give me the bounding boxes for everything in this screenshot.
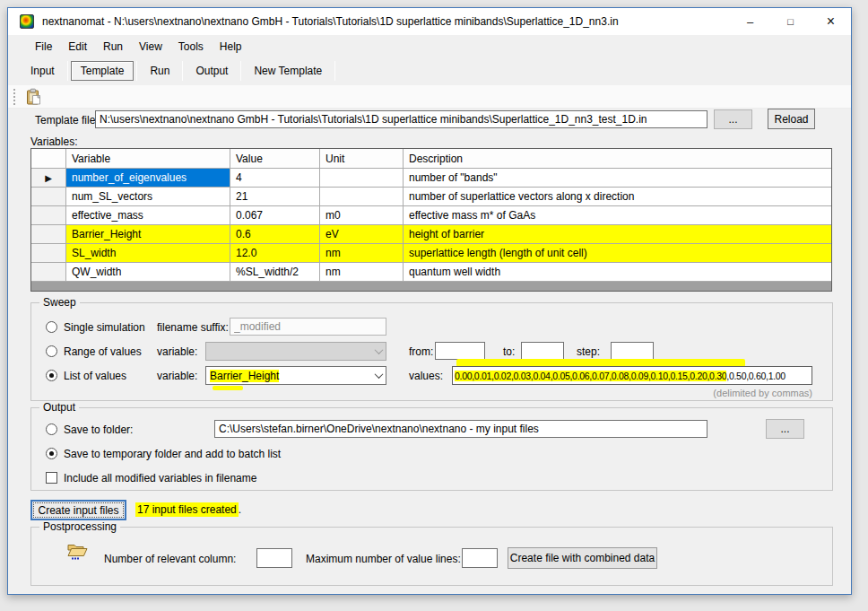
output-group-title: Output: [39, 401, 79, 414]
step-label: step:: [577, 345, 600, 358]
menu-tools[interactable]: Tools: [170, 38, 212, 56]
template-file-input[interactable]: [95, 110, 707, 128]
cell-value[interactable]: 4: [230, 169, 320, 188]
selected-variable-value: Barrier_Height: [210, 370, 279, 382]
status-suffix: .: [239, 503, 241, 516]
filename-suffix-input[interactable]: [230, 318, 386, 336]
row-selector[interactable]: [31, 244, 66, 263]
chevron-down-icon: [375, 370, 384, 379]
row-selector[interactable]: [31, 206, 66, 225]
status-highlighted-text: 17 input files created: [135, 502, 239, 517]
list-variable-combobox[interactable]: Barrier_Height: [205, 366, 386, 385]
header-row-selector: [31, 149, 66, 169]
cell-unit[interactable]: eV: [320, 225, 404, 244]
cell-description[interactable]: superlattice length (length of unit cell…: [404, 244, 831, 263]
cell-variable[interactable]: QW_width: [66, 263, 230, 282]
from-label: from:: [409, 345, 433, 358]
to-input[interactable]: [521, 342, 564, 360]
row-selector[interactable]: [31, 225, 66, 244]
save-temp-folder-radio[interactable]: [46, 448, 57, 459]
row-selector[interactable]: ▶: [31, 169, 66, 188]
paste-template-icon[interactable]: [23, 87, 43, 107]
step-input[interactable]: [611, 342, 654, 360]
from-input[interactable]: [435, 342, 485, 360]
close-button[interactable]: ×: [811, 8, 851, 35]
template-file-label: Template file:: [35, 114, 99, 127]
maximize-button[interactable]: □: [770, 8, 811, 35]
header-unit[interactable]: Unit: [320, 149, 404, 169]
cell-unit[interactable]: nm: [320, 244, 404, 263]
tab-input[interactable]: Input: [21, 61, 65, 81]
window-title: nextnanomat - N:\users\nextnano\nextnano…: [42, 15, 619, 28]
menu-help[interactable]: Help: [212, 38, 250, 56]
value-lines-input[interactable]: [462, 548, 498, 568]
cell-description[interactable]: quantum well width: [404, 263, 831, 282]
relevant-column-input[interactable]: [256, 548, 292, 568]
create-input-files-button[interactable]: Create input files: [30, 500, 126, 520]
minimize-button[interactable]: –: [730, 8, 770, 35]
tab-separator: [136, 61, 137, 81]
menu-edit[interactable]: Edit: [60, 38, 95, 56]
row-selector[interactable]: [31, 188, 66, 206]
cell-description[interactable]: height of barrier: [404, 225, 831, 244]
single-simulation-label: Single simulation: [64, 321, 145, 334]
table-row: Barrier_Height 0.6 eV height of barrier: [31, 225, 831, 244]
cell-variable[interactable]: number_of_eigenvalues: [66, 169, 230, 188]
tab-run[interactable]: Run: [140, 61, 179, 81]
range-variable-combobox[interactable]: [205, 342, 386, 361]
open-folder-icon[interactable]: [65, 539, 89, 561]
app-icon: [20, 14, 34, 29]
header-value[interactable]: Value: [230, 149, 320, 169]
toolbar: [8, 85, 851, 109]
cell-variable[interactable]: SL_width: [66, 244, 230, 263]
header-variable[interactable]: Variable: [66, 149, 230, 169]
list-variable-label: variable:: [157, 370, 197, 382]
cell-variable[interactable]: Barrier_Height: [66, 225, 230, 244]
save-to-folder-label: Save to folder:: [64, 423, 133, 436]
create-combined-file-button[interactable]: Create file with combined data: [508, 547, 657, 569]
value-lines-label: Maximum number of value lines:: [306, 553, 461, 565]
cell-description[interactable]: number of "bands": [404, 169, 831, 188]
table-row: effective_mass 0.067 m0 effective mass m…: [31, 206, 831, 225]
template-browse-button[interactable]: ...: [714, 109, 752, 129]
output-browse-button[interactable]: ...: [766, 419, 804, 439]
menu-view[interactable]: View: [131, 38, 170, 56]
cell-variable[interactable]: effective_mass: [66, 206, 230, 225]
include-variables-checkbox[interactable]: [46, 472, 57, 484]
tab-new-template[interactable]: New Template: [244, 61, 332, 81]
cell-description[interactable]: number of superlattice vectors along x d…: [404, 188, 831, 206]
cell-description[interactable]: effective mass m* of GaAs: [404, 206, 831, 225]
menu-bar: File Edit Run View Tools Help: [8, 37, 851, 57]
cell-value[interactable]: 12.0: [230, 244, 320, 263]
single-simulation-radio[interactable]: [46, 321, 57, 333]
values-plain-segment: ,0.50,0.60,1.00: [726, 371, 786, 381]
reload-button[interactable]: Reload: [768, 109, 815, 129]
toolbar-grip-icon: [13, 89, 15, 105]
cell-value[interactable]: 21: [230, 188, 320, 206]
cell-variable[interactable]: num_SL_vectors: [66, 188, 230, 206]
menu-file[interactable]: File: [27, 38, 60, 56]
table-row: ▶ number_of_eigenvalues 4 number of "ban…: [31, 169, 831, 188]
current-row-marker-icon: ▶: [45, 173, 52, 183]
tab-output[interactable]: Output: [186, 61, 238, 81]
save-folder-input[interactable]: [214, 420, 707, 438]
tab-template[interactable]: Template: [71, 61, 135, 81]
cell-value[interactable]: 0.067: [230, 206, 320, 225]
tab-separator: [67, 61, 68, 81]
values-highlighted-segment: 0.00,0.01,0.02,0.03,0.04,0.05,0.06,0.07,…: [455, 371, 726, 381]
range-of-values-radio[interactable]: [46, 345, 57, 357]
cell-value[interactable]: 0.6: [230, 225, 320, 244]
cell-unit[interactable]: [320, 188, 404, 206]
cell-unit[interactable]: nm: [320, 263, 404, 282]
include-variables-label: Include all modified variables in filena…: [64, 472, 256, 484]
header-description[interactable]: Description: [404, 149, 831, 169]
list-of-values-radio[interactable]: [46, 370, 57, 381]
row-selector[interactable]: [31, 263, 66, 282]
cell-unit[interactable]: m0: [320, 206, 404, 225]
save-to-folder-radio[interactable]: [46, 423, 57, 435]
cell-unit[interactable]: [320, 169, 404, 188]
menu-run[interactable]: Run: [95, 38, 131, 56]
cell-value[interactable]: %SL_width/2: [230, 263, 320, 282]
values-input[interactable]: 0.00,0.01,0.02,0.03,0.04,0.05,0.06,0.07,…: [452, 366, 812, 385]
relevant-column-label: Number of relevant column:: [104, 553, 236, 565]
